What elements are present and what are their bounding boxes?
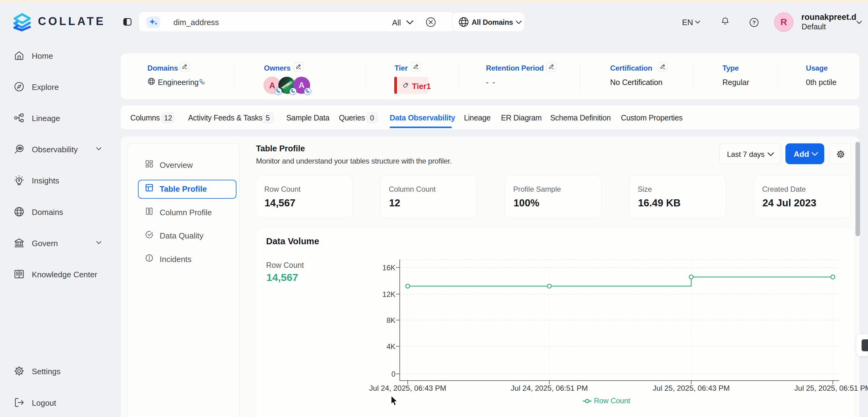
svg-text:Jul 25, 2025, 06:51 PM: Jul 25, 2025, 06:51 PM xyxy=(794,384,868,392)
svg-text:?: ? xyxy=(752,20,755,26)
svg-text:16K: 16K xyxy=(382,263,396,272)
svg-text:0: 0 xyxy=(392,370,396,378)
svg-text:Jul 24, 2025, 06:43 PM: Jul 24, 2025, 06:43 PM xyxy=(369,384,446,392)
svg-text:Jul 24, 2025, 06:51 PM: Jul 24, 2025, 06:51 PM xyxy=(511,384,588,392)
svg-text:Jul 25, 2025, 06:43 PM: Jul 25, 2025, 06:43 PM xyxy=(653,384,730,392)
svg-text:12K: 12K xyxy=(382,290,396,298)
svg-text:4K: 4K xyxy=(386,343,396,351)
svg-text:8K: 8K xyxy=(386,316,396,324)
